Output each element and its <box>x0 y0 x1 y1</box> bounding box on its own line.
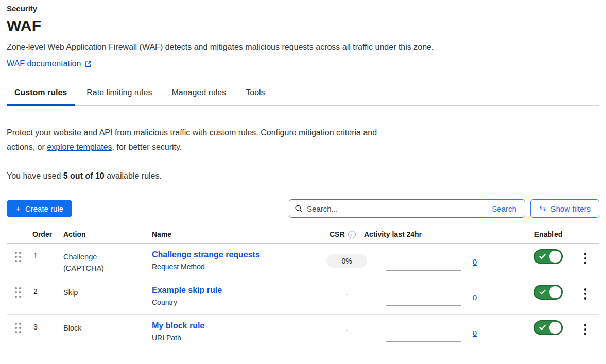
explore-templates-link[interactable]: explore templates <box>47 143 112 151</box>
waf-page: Security WAF Zone-level Web Application … <box>0 0 606 350</box>
enabled-toggle[interactable] <box>534 320 563 335</box>
tab-bar: Custom rules Rate limiting rules Managed… <box>7 84 599 106</box>
row-actions-button[interactable] <box>581 322 590 350</box>
search-button[interactable]: Search <box>483 199 525 218</box>
row-actions-button[interactable] <box>581 286 590 314</box>
column-header-enabled: Enabled <box>525 230 572 238</box>
waf-documentation-link[interactable]: WAF documentation <box>7 59 81 68</box>
activity-count-link[interactable]: 0 <box>473 257 477 266</box>
rule-action: Block <box>63 315 120 350</box>
rule-name-link[interactable]: My block rule <box>152 321 204 331</box>
rule-order: 3 <box>32 315 63 350</box>
table-body: 1 Challenge (CAPTCHA) Challenge strange … <box>7 244 599 350</box>
tab-tools[interactable]: Tools <box>238 84 272 106</box>
activity-sparkline <box>386 270 461 271</box>
activity-sparkline <box>386 341 461 342</box>
swap-arrows-icon: ⇆ <box>539 204 546 213</box>
info-icon[interactable]: i <box>348 231 356 238</box>
rule-row: 1 Challenge (CAPTCHA) Challenge strange … <box>7 244 599 279</box>
drag-handle-icon[interactable] <box>15 323 21 333</box>
toggle-knob <box>549 322 561 334</box>
show-filters-button[interactable]: ⇆ Show filters <box>530 199 599 218</box>
activity-count-link[interactable]: 0 <box>473 328 477 337</box>
tab-managed-rules[interactable]: Managed rules <box>164 84 234 106</box>
check-icon <box>539 254 546 259</box>
kebab-icon <box>584 324 587 326</box>
create-rule-button[interactable]: + Create rule <box>7 200 72 217</box>
rule-row: 3 Block My block rule URI Path - 0 <box>7 315 599 350</box>
tab-rate-limiting-rules[interactable]: Rate limiting rules <box>79 84 160 106</box>
rule-name-link[interactable]: Challenge strange requests <box>152 250 260 259</box>
external-link-icon <box>84 60 92 68</box>
csr-value: - <box>345 290 348 298</box>
page-description: Zone-level Web Application Firewall (WAF… <box>7 43 599 52</box>
rules-usage-count: 5 out of 10 <box>63 171 105 180</box>
check-icon <box>539 289 546 295</box>
doc-link-row: WAF documentation <box>7 59 599 68</box>
rule-field: Country <box>152 298 322 306</box>
column-header-order: Order <box>32 230 63 238</box>
drag-handle-icon[interactable] <box>15 252 21 262</box>
rules-table: Order Action Name CSR i Activity last 24… <box>7 230 599 350</box>
row-actions-button[interactable] <box>581 251 590 279</box>
custom-rules-intro: Protect your website and API from malici… <box>7 126 389 154</box>
tab-custom-rules[interactable]: Custom rules <box>7 84 75 106</box>
search-input[interactable] <box>307 204 478 213</box>
rule-order: 2 <box>32 279 63 314</box>
rule-row: 2 Skip Example skip rule Country - 0 <box>7 279 599 315</box>
kebab-icon <box>584 253 587 255</box>
table-header-row: Order Action Name CSR i Activity last 24… <box>7 230 599 244</box>
rules-toolbar: + Create rule Search ⇆ Show filters <box>7 199 599 218</box>
search-icon <box>295 204 303 213</box>
csr-value: - <box>345 325 348 334</box>
toggle-knob <box>549 251 561 263</box>
search-box <box>289 199 483 218</box>
toggle-knob <box>549 286 561 298</box>
enabled-toggle[interactable] <box>534 249 563 264</box>
check-icon <box>539 325 546 331</box>
rule-name-link[interactable]: Example skip rule <box>152 286 222 295</box>
kebab-icon <box>584 288 587 291</box>
rule-field: Request Method <box>152 263 322 271</box>
enabled-toggle[interactable] <box>534 285 563 300</box>
intro-text-after: , for better security. <box>112 143 182 151</box>
column-header-activity: Activity last 24hr <box>364 230 467 238</box>
breadcrumb-security: Security <box>7 4 599 13</box>
rule-order: 1 <box>32 244 63 279</box>
csr-value: 0% <box>326 254 367 268</box>
rules-usage-text: You have used 5 out of 10 available rule… <box>7 171 599 181</box>
rule-action: Challenge (CAPTCHA) <box>63 244 120 279</box>
search-group: Search ⇆ Show filters <box>289 199 599 218</box>
activity-count-link[interactable]: 0 <box>473 293 477 302</box>
plus-icon: + <box>15 204 21 213</box>
rule-field: URI Path <box>152 334 322 342</box>
page-title: WAF <box>7 17 599 34</box>
column-header-action: Action <box>63 230 152 238</box>
activity-sparkline <box>386 305 461 306</box>
drag-handle-icon[interactable] <box>15 287 21 298</box>
rule-action: Skip <box>63 279 120 314</box>
column-header-name: Name <box>152 230 322 238</box>
